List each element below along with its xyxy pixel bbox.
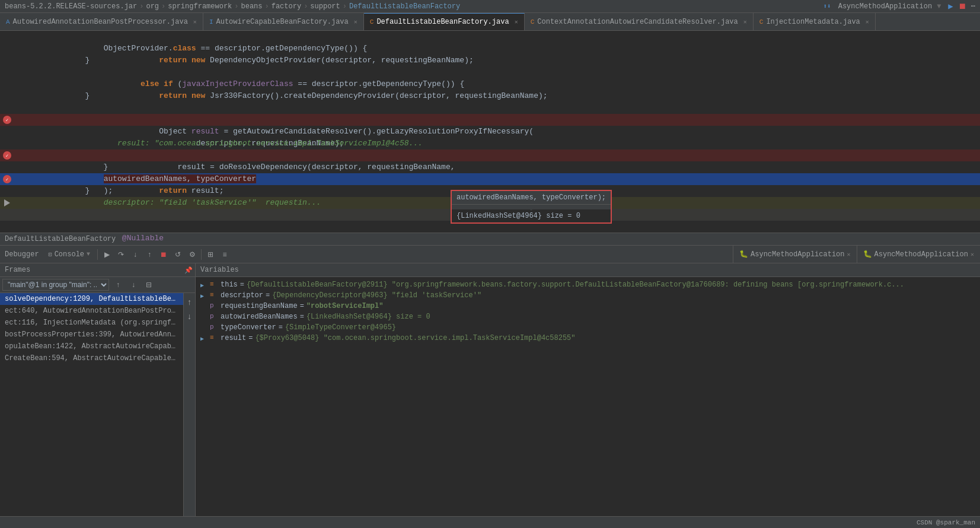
run-icon[interactable]: ▶ bbox=[948, 1, 953, 11]
frame-item[interactable]: CreateBean:594, AbstractAutowireCapableB… bbox=[0, 352, 183, 364]
close-btn[interactable]: ≡ bbox=[218, 248, 231, 261]
var-eq: = bbox=[240, 281, 244, 289]
line-num bbox=[12, 150, 44, 161]
tab-close[interactable]: ✕ bbox=[743, 18, 747, 26]
restore-btn[interactable]: ⊞ bbox=[204, 248, 217, 261]
frame-side-btn-down[interactable]: ↓ bbox=[183, 310, 196, 323]
bp-col bbox=[0, 55, 12, 66]
var-name: result bbox=[221, 334, 246, 342]
tab-icon-i: I bbox=[209, 18, 213, 26]
frames-with-controls: solveDependency:1209, DefaultListableBea… bbox=[0, 293, 195, 516]
more-icon[interactable]: ⋯ bbox=[971, 2, 975, 11]
breadcrumb-part: org bbox=[146, 2, 159, 11]
expand-icon[interactable]: ▶ bbox=[200, 292, 208, 300]
bottom-status-bar: CSDN @spark_man bbox=[0, 516, 980, 528]
arrow-marker bbox=[2, 199, 10, 206]
line-content: } bbox=[44, 55, 980, 66]
param-icon: p bbox=[210, 302, 218, 309]
var-name: requestingBeanName bbox=[221, 302, 298, 310]
frame-up-btn[interactable]: ↑ bbox=[111, 278, 125, 291]
tab-autowired[interactable]: A AutowiredAnnotationBeanPostProcessor.j… bbox=[0, 13, 203, 30]
tab-close[interactable]: ✕ bbox=[193, 18, 197, 26]
step-out-btn[interactable]: ↑ bbox=[143, 248, 156, 261]
debug-section: Debugger ⊡ Console ▼ ▶ ↷ ↓ ↑ ⏹ ↺ ⚙ ⊞ ≡ bbox=[0, 246, 980, 516]
code-editor: ObjectProvider.class == descriptor.getDe… bbox=[0, 31, 980, 233]
app-dropdown[interactable]: ▼ bbox=[937, 2, 941, 11]
breakpoint-marker-3[interactable]: ✓ bbox=[3, 175, 11, 183]
tab-close[interactable]: ✕ bbox=[866, 18, 869, 26]
expand-icon[interactable]: ▶ bbox=[200, 335, 208, 342]
breakpoint-marker[interactable]: ✓ bbox=[3, 116, 11, 124]
line-content: } bbox=[44, 90, 980, 102]
line-num bbox=[12, 78, 44, 90]
main-layout: beans-5.2.2.RELEASE-sources.jar › org › … bbox=[0, 0, 980, 528]
step-into-btn[interactable]: ↓ bbox=[129, 248, 142, 261]
var-item-result[interactable]: ▶ ≡ result = {$Proxy63@5048} "com.ocean.… bbox=[196, 333, 980, 343]
step-over-btn[interactable]: ↷ bbox=[114, 248, 127, 261]
debug-icon: 🐛 bbox=[739, 250, 748, 259]
stop-icon[interactable]: ⏹ bbox=[958, 2, 966, 11]
bp-col: ✓ bbox=[0, 173, 12, 185]
bp-col bbox=[0, 197, 12, 209]
tab-close-icon-2[interactable]: ✕ bbox=[971, 251, 974, 258]
var-eq: = bbox=[248, 334, 253, 342]
var-eq: = bbox=[279, 323, 283, 332]
var-item-converter[interactable]: ▶ p typeConverter = {SimpleTypeConverter… bbox=[196, 322, 980, 333]
run-controls: ⬆⬇ bbox=[823, 2, 831, 10]
tab-icon-c3: C bbox=[759, 18, 764, 26]
frame-filter-btn[interactable]: ⊟ bbox=[142, 278, 155, 291]
tab-injection-metadata[interactable]: C InjectionMetadata.java ✕ bbox=[754, 13, 876, 30]
frames-pin-btn[interactable]: 📌 bbox=[182, 265, 195, 276]
line-num bbox=[12, 66, 44, 78]
tab-label: ContextAnnotationAutowireCandidateResolv… bbox=[537, 18, 738, 26]
var-item-autowired[interactable]: ▶ p autowiredBeanNames = {LinkedHashSet@… bbox=[196, 311, 980, 322]
code-line: else { bbox=[0, 102, 980, 114]
expand-spacer: ▶ bbox=[200, 325, 208, 332]
frame-item[interactable]: bostProcessProperties:399, AutowiredAnno… bbox=[0, 329, 183, 341]
sep bbox=[201, 249, 202, 260]
tab-close-icon[interactable]: ✕ bbox=[847, 251, 851, 258]
session-tab-2[interactable]: 🐛 AsyncMethodApplication ✕ bbox=[857, 246, 980, 263]
tab-autowire-capable[interactable]: I AutowireCapableBeanFactory.java ✕ bbox=[203, 13, 364, 30]
line-num bbox=[12, 126, 44, 138]
breadcrumb-part: beans-5.2.2.RELEASE-sources.jar bbox=[5, 2, 137, 11]
expand-icon[interactable]: ▶ bbox=[200, 282, 208, 289]
tab-close[interactable]: ✕ bbox=[354, 18, 357, 26]
rerun-btn[interactable]: ↺ bbox=[171, 248, 184, 261]
thread-dropdown[interactable]: "main"@1 in group "main": ... bbox=[2, 279, 109, 291]
settings-btn[interactable]: ⚙ bbox=[186, 248, 199, 261]
frame-item[interactable]: ect:640, AutowiredAnnotationBeanPostProc… bbox=[0, 305, 183, 317]
tab-default-listable[interactable]: C DefaultListableBeanFactory.java ✕ bbox=[364, 13, 525, 30]
frame-side-btn-up[interactable]: ↑ bbox=[183, 295, 196, 308]
line-content: else { bbox=[44, 102, 980, 114]
line-content: return new DependencyObjectProvider(desc… bbox=[44, 43, 980, 55]
var-item-this[interactable]: ▶ ≡ this = {DefaultListableBeanFactory@2… bbox=[196, 279, 980, 290]
var-eq: = bbox=[266, 291, 270, 300]
stop-debug-btn[interactable]: ⏹ bbox=[157, 248, 170, 261]
debug-session-bar: Debugger ⊡ Console ▼ ▶ ↷ ↓ ↑ ⏹ ↺ ⚙ ⊞ ≡ bbox=[0, 246, 980, 263]
breadcrumb-part: springframework bbox=[168, 2, 232, 11]
var-name: autowiredBeanNames bbox=[221, 313, 298, 321]
line-content: return new Jsr330Factory().createDepende… bbox=[44, 78, 980, 90]
var-item-descriptor[interactable]: ▶ ≡ descriptor = {DependencyDescriptor@4… bbox=[196, 290, 980, 301]
line-num bbox=[12, 90, 44, 102]
session-tab-label-2: AsyncMethodApplication bbox=[874, 250, 968, 259]
tab-context-annotation[interactable]: C ContextAnnotationAutowireCandidateReso… bbox=[525, 13, 754, 30]
variables-panel: Variables ▶ ≡ this = {DefaultListableBea… bbox=[196, 263, 980, 516]
resume-btn[interactable]: ▶ bbox=[100, 248, 113, 261]
var-item-requesting[interactable]: ▶ p requestingBeanName = "robotServiceIm… bbox=[196, 301, 980, 311]
frame-item[interactable]: opulateBean:1422, AbstractAutowireCapabl… bbox=[0, 341, 183, 352]
separator bbox=[97, 249, 98, 260]
frame-item[interactable]: ect:116, InjectionMetadata (org.springfr… bbox=[0, 317, 183, 329]
param-icon-3: p bbox=[210, 323, 218, 330]
line-num bbox=[12, 55, 44, 66]
debug-content: Frames 📌 "main"@1 in group "main": ... ↑… bbox=[0, 263, 980, 516]
frame-item[interactable]: solveDependency:1209, DefaultListableBea… bbox=[0, 293, 183, 305]
tab-close[interactable]: ✕ bbox=[515, 18, 518, 26]
bp-col bbox=[0, 78, 12, 90]
bp-col bbox=[0, 209, 12, 221]
frame-down-btn[interactable]: ↓ bbox=[127, 278, 140, 291]
session-tab-1[interactable]: 🐛 AsyncMethodApplication ✕ bbox=[733, 246, 856, 263]
breakpoint-marker-2[interactable]: ✓ bbox=[3, 151, 11, 160]
line-num bbox=[12, 173, 44, 185]
